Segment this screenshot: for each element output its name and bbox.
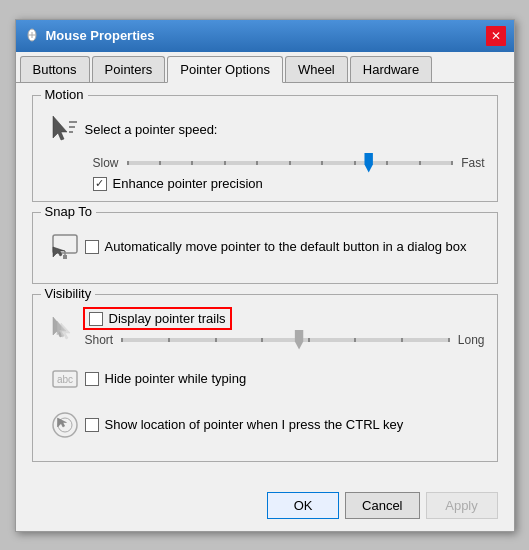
tab-pointer-options[interactable]: Pointer Options: [167, 56, 283, 83]
svg-text:abc: abc: [57, 374, 73, 385]
speed-row: Select a pointer speed:: [45, 110, 485, 150]
tab-content: Motion Select a pointer speed:: [16, 83, 514, 484]
trails-row: Display pointer trails Short: [45, 309, 485, 353]
hide-checkbox-row: Hide pointer while typing: [85, 371, 247, 386]
hide-checkbox[interactable]: [85, 372, 99, 386]
ctrl-checkbox[interactable]: [85, 418, 99, 432]
tab-bar: Buttons Pointers Pointer Options Wheel H…: [16, 52, 514, 83]
window-title: Mouse Properties: [46, 28, 155, 43]
tab-hardware[interactable]: Hardware: [350, 56, 432, 82]
trails-slider-row: Short: [85, 333, 485, 347]
trails-checkbox[interactable]: [89, 312, 103, 326]
button-bar: OK Cancel Apply: [16, 484, 514, 531]
speed-label: Select a pointer speed:: [85, 122, 218, 137]
motion-section-title: Motion: [41, 87, 88, 102]
snap-to-section-title: Snap To: [41, 204, 96, 219]
snap-to-section: Snap To Automatically move pointer to th: [32, 212, 498, 284]
ok-button[interactable]: OK: [267, 492, 339, 519]
tab-wheel[interactable]: Wheel: [285, 56, 348, 82]
title-bar: Mouse Properties ✕: [16, 20, 514, 52]
mouse-properties-dialog: Mouse Properties ✕ Buttons Pointers Poin…: [15, 19, 515, 532]
speed-slider-row: Slow: [93, 156, 485, 170]
apply-button[interactable]: Apply: [426, 492, 498, 519]
precision-checkbox[interactable]: [93, 177, 107, 191]
trails-slider[interactable]: [121, 338, 450, 342]
long-label: Long: [458, 333, 485, 347]
ctrl-row: Show location of pointer when I press th…: [45, 405, 485, 445]
window-icon: [24, 28, 40, 44]
speed-slider-track[interactable]: [127, 161, 454, 165]
svg-point-16: [53, 413, 77, 437]
svg-marker-18: [57, 418, 66, 427]
cancel-button[interactable]: Cancel: [345, 492, 419, 519]
ctrl-checkbox-row: Show location of pointer when I press th…: [85, 417, 404, 432]
snap-checkbox-row: Automatically move pointer to the defaul…: [85, 239, 467, 254]
precision-row: Enhance pointer precision: [93, 176, 485, 191]
snap-label: Automatically move pointer to the defaul…: [105, 239, 467, 254]
ctrl-label: Show location of pointer when I press th…: [105, 417, 404, 432]
precision-label: Enhance pointer precision: [113, 176, 263, 191]
motion-icon: [45, 110, 85, 150]
fast-label: Fast: [461, 156, 484, 170]
snap-icon: [45, 227, 85, 267]
close-button[interactable]: ✕: [486, 26, 506, 46]
hide-row: abc Hide pointer while typing: [45, 359, 485, 399]
snap-row: Automatically move pointer to the defaul…: [45, 227, 485, 267]
hide-icon: abc: [45, 359, 85, 399]
ctrl-icon: [45, 405, 85, 445]
trails-label: Display pointer trails: [109, 311, 226, 326]
visibility-section-title: Visibility: [41, 286, 96, 301]
motion-section: Motion Select a pointer speed:: [32, 95, 498, 202]
hide-label: Hide pointer while typing: [105, 371, 247, 386]
short-label: Short: [85, 333, 114, 347]
trails-icon: [45, 311, 85, 351]
svg-marker-3: [53, 116, 67, 140]
visibility-section: Visibility Display pointer t: [32, 294, 498, 462]
tab-pointers[interactable]: Pointers: [92, 56, 166, 82]
tab-buttons[interactable]: Buttons: [20, 56, 90, 82]
trails-highlight-box: Display pointer trails: [85, 309, 230, 328]
svg-marker-8: [63, 255, 67, 259]
slow-label: Slow: [93, 156, 119, 170]
snap-checkbox[interactable]: [85, 240, 99, 254]
